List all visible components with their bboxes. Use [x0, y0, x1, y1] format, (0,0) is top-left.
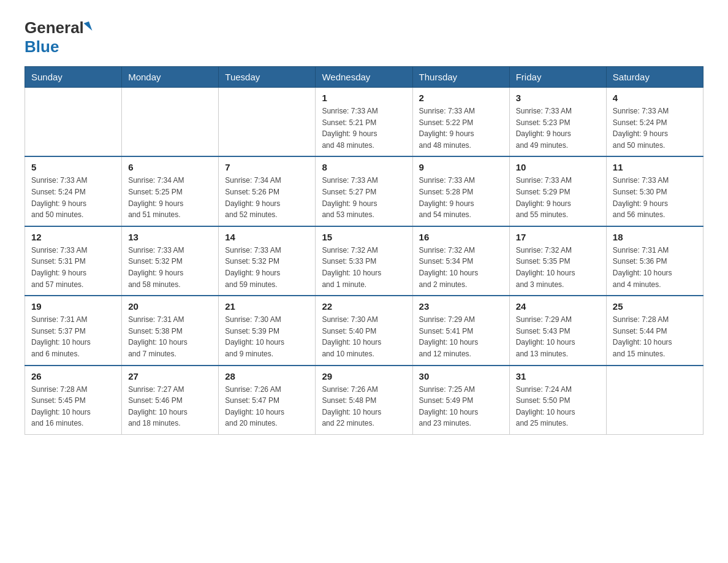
calendar-cell: 3Sunrise: 7:33 AMSunset: 5:23 PMDaylight… — [509, 88, 606, 157]
day-number: 6 — [128, 162, 212, 172]
day-number: 23 — [419, 301, 503, 312]
weekday-header-sunday: Sunday — [25, 67, 122, 88]
day-number: 1 — [322, 93, 406, 103]
day-info: Sunrise: 7:30 AMSunset: 5:39 PMDaylight:… — [225, 314, 309, 359]
calendar-cell: 24Sunrise: 7:29 AMSunset: 5:43 PMDayligh… — [509, 296, 606, 365]
day-number: 3 — [516, 93, 600, 103]
calendar-cell — [122, 88, 219, 157]
day-number: 13 — [128, 232, 212, 242]
day-number: 14 — [225, 232, 309, 242]
day-number: 2 — [419, 93, 503, 103]
day-info: Sunrise: 7:33 AMSunset: 5:23 PMDaylight:… — [516, 105, 600, 151]
calendar-cell: 6Sunrise: 7:34 AMSunset: 5:25 PMDaylight… — [122, 156, 219, 226]
weekday-header-thursday: Thursday — [412, 67, 509, 88]
calendar-cell: 25Sunrise: 7:28 AMSunset: 5:44 PMDayligh… — [606, 296, 703, 365]
day-info: Sunrise: 7:33 AMSunset: 5:21 PMDaylight:… — [322, 105, 406, 151]
day-info: Sunrise: 7:28 AMSunset: 5:44 PMDaylight:… — [613, 314, 697, 359]
calendar-cell: 15Sunrise: 7:32 AMSunset: 5:33 PMDayligh… — [316, 226, 412, 296]
day-number: 10 — [516, 162, 600, 172]
week-row-5: 26Sunrise: 7:28 AMSunset: 5:45 PMDayligh… — [25, 366, 703, 435]
day-info: Sunrise: 7:26 AMSunset: 5:48 PMDaylight:… — [322, 384, 406, 429]
calendar-cell: 29Sunrise: 7:26 AMSunset: 5:48 PMDayligh… — [316, 366, 412, 435]
day-number: 22 — [322, 301, 406, 312]
calendar-cell: 7Sunrise: 7:34 AMSunset: 5:26 PMDaylight… — [219, 156, 316, 226]
day-number: 15 — [322, 232, 406, 242]
week-row-4: 19Sunrise: 7:31 AMSunset: 5:37 PMDayligh… — [25, 296, 703, 365]
day-info: Sunrise: 7:32 AMSunset: 5:35 PMDaylight:… — [516, 245, 600, 290]
calendar-cell: 18Sunrise: 7:31 AMSunset: 5:36 PMDayligh… — [606, 226, 703, 296]
calendar-cell: 2Sunrise: 7:33 AMSunset: 5:22 PMDaylight… — [412, 88, 509, 157]
day-number: 29 — [322, 371, 406, 381]
day-number: 24 — [516, 301, 600, 312]
weekday-header-row: SundayMondayTuesdayWednesdayThursdayFrid… — [25, 67, 703, 88]
weekday-header-wednesday: Wednesday — [316, 67, 412, 88]
day-number: 19 — [31, 301, 115, 312]
day-info: Sunrise: 7:24 AMSunset: 5:50 PMDaylight:… — [516, 384, 600, 429]
day-info: Sunrise: 7:33 AMSunset: 5:24 PMDaylight:… — [31, 175, 115, 220]
day-number: 8 — [322, 162, 406, 172]
calendar-cell: 12Sunrise: 7:33 AMSunset: 5:31 PMDayligh… — [25, 226, 122, 296]
day-number: 9 — [419, 162, 503, 172]
logo-general-text: General — [25, 18, 84, 37]
day-info: Sunrise: 7:33 AMSunset: 5:32 PMDaylight:… — [128, 245, 212, 290]
calendar-cell — [25, 88, 122, 157]
day-number: 30 — [419, 371, 503, 381]
day-number: 26 — [31, 371, 115, 381]
day-number: 21 — [225, 301, 309, 312]
calendar-cell: 28Sunrise: 7:26 AMSunset: 5:47 PMDayligh… — [219, 366, 316, 435]
calendar-cell: 10Sunrise: 7:33 AMSunset: 5:29 PMDayligh… — [509, 156, 606, 226]
week-row-2: 5Sunrise: 7:33 AMSunset: 5:24 PMDaylight… — [25, 156, 703, 226]
weekday-header-monday: Monday — [122, 67, 219, 88]
day-number: 7 — [225, 162, 309, 172]
calendar-cell: 30Sunrise: 7:25 AMSunset: 5:49 PMDayligh… — [412, 366, 509, 435]
calendar-cell: 14Sunrise: 7:33 AMSunset: 5:32 PMDayligh… — [219, 226, 316, 296]
calendar-cell: 31Sunrise: 7:24 AMSunset: 5:50 PMDayligh… — [509, 366, 606, 435]
logo-blue-text: Blue — [25, 37, 59, 56]
calendar-cell: 19Sunrise: 7:31 AMSunset: 5:37 PMDayligh… — [25, 296, 122, 365]
day-info: Sunrise: 7:30 AMSunset: 5:40 PMDaylight:… — [322, 314, 406, 359]
day-number: 16 — [419, 232, 503, 242]
calendar-cell: 20Sunrise: 7:31 AMSunset: 5:38 PMDayligh… — [122, 296, 219, 365]
calendar-table: SundayMondayTuesdayWednesdayThursdayFrid… — [25, 66, 703, 435]
calendar-cell: 4Sunrise: 7:33 AMSunset: 5:24 PMDaylight… — [606, 88, 703, 157]
logo: General Blue — [25, 18, 91, 56]
day-info: Sunrise: 7:25 AMSunset: 5:49 PMDaylight:… — [419, 384, 503, 429]
day-info: Sunrise: 7:33 AMSunset: 5:27 PMDaylight:… — [322, 175, 406, 220]
weekday-header-friday: Friday — [509, 67, 606, 88]
day-info: Sunrise: 7:32 AMSunset: 5:33 PMDaylight:… — [322, 245, 406, 290]
week-row-1: 1Sunrise: 7:33 AMSunset: 5:21 PMDaylight… — [25, 88, 703, 157]
calendar-cell: 16Sunrise: 7:32 AMSunset: 5:34 PMDayligh… — [412, 226, 509, 296]
day-info: Sunrise: 7:32 AMSunset: 5:34 PMDaylight:… — [419, 245, 503, 290]
day-info: Sunrise: 7:33 AMSunset: 5:31 PMDaylight:… — [31, 245, 115, 290]
weekday-header-tuesday: Tuesday — [219, 67, 316, 88]
header: General Blue — [25, 18, 703, 56]
day-info: Sunrise: 7:31 AMSunset: 5:37 PMDaylight:… — [31, 314, 115, 359]
day-info: Sunrise: 7:27 AMSunset: 5:46 PMDaylight:… — [128, 384, 212, 429]
day-info: Sunrise: 7:33 AMSunset: 5:22 PMDaylight:… — [419, 105, 503, 151]
day-number: 27 — [128, 371, 212, 381]
day-number: 4 — [613, 93, 697, 103]
calendar-cell: 22Sunrise: 7:30 AMSunset: 5:40 PMDayligh… — [316, 296, 412, 365]
day-info: Sunrise: 7:31 AMSunset: 5:36 PMDaylight:… — [613, 245, 697, 290]
calendar-cell: 1Sunrise: 7:33 AMSunset: 5:21 PMDaylight… — [316, 88, 412, 157]
day-info: Sunrise: 7:33 AMSunset: 5:24 PMDaylight:… — [613, 105, 697, 151]
day-info: Sunrise: 7:29 AMSunset: 5:43 PMDaylight:… — [516, 314, 600, 359]
day-info: Sunrise: 7:33 AMSunset: 5:30 PMDaylight:… — [613, 175, 697, 220]
calendar-cell: 17Sunrise: 7:32 AMSunset: 5:35 PMDayligh… — [509, 226, 606, 296]
week-row-3: 12Sunrise: 7:33 AMSunset: 5:31 PMDayligh… — [25, 226, 703, 296]
calendar-cell: 13Sunrise: 7:33 AMSunset: 5:32 PMDayligh… — [122, 226, 219, 296]
day-number: 11 — [613, 162, 697, 172]
day-number: 20 — [128, 301, 212, 312]
calendar-cell: 27Sunrise: 7:27 AMSunset: 5:46 PMDayligh… — [122, 366, 219, 435]
day-info: Sunrise: 7:33 AMSunset: 5:29 PMDaylight:… — [516, 175, 600, 220]
day-info: Sunrise: 7:31 AMSunset: 5:38 PMDaylight:… — [128, 314, 212, 359]
day-number: 5 — [31, 162, 115, 172]
calendar-cell: 21Sunrise: 7:30 AMSunset: 5:39 PMDayligh… — [219, 296, 316, 365]
calendar-cell: 8Sunrise: 7:33 AMSunset: 5:27 PMDaylight… — [316, 156, 412, 226]
day-info: Sunrise: 7:34 AMSunset: 5:25 PMDaylight:… — [128, 175, 212, 220]
day-info: Sunrise: 7:28 AMSunset: 5:45 PMDaylight:… — [31, 384, 115, 429]
calendar-cell: 11Sunrise: 7:33 AMSunset: 5:30 PMDayligh… — [606, 156, 703, 226]
logo-triangle-icon — [83, 21, 92, 32]
day-info: Sunrise: 7:29 AMSunset: 5:41 PMDaylight:… — [419, 314, 503, 359]
calendar-cell: 5Sunrise: 7:33 AMSunset: 5:24 PMDaylight… — [25, 156, 122, 226]
